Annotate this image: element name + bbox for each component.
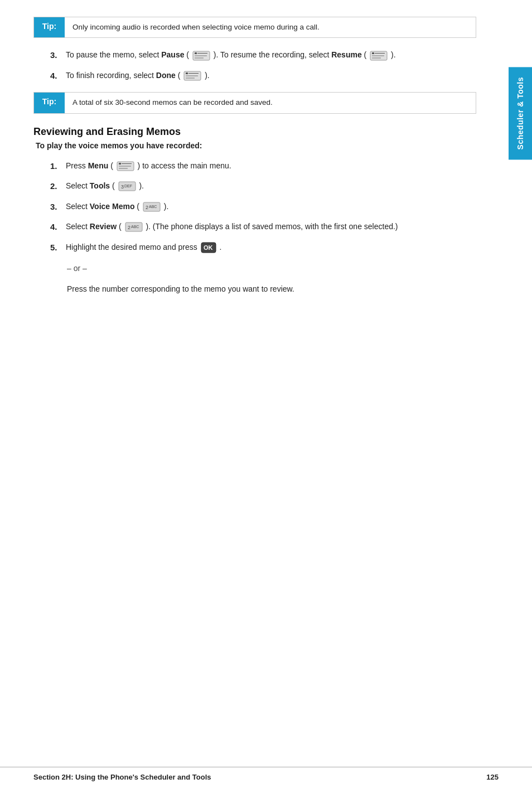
list-item: 2. Select Tools ( 3 DEF ).	[50, 180, 476, 193]
svg-rect-16	[119, 163, 121, 165]
svg-text:ABC: ABC	[149, 205, 157, 209]
svg-rect-11	[186, 72, 188, 74]
step-3b-content: Select Voice Memo ( 2 ABC ).	[66, 201, 476, 212]
svg-text:2: 2	[146, 205, 148, 210]
svg-rect-1	[195, 52, 197, 54]
section-subheading: To play the voice memos you have recorde…	[33, 141, 476, 150]
svg-rect-19	[119, 168, 128, 169]
step-4b-content: Select Review ( 2 ABC ). (The phone disp…	[66, 221, 476, 233]
tip-box-2: Tip: A total of six 30-second memos can …	[33, 92, 476, 113]
done-icon	[183, 71, 201, 81]
svg-rect-9	[372, 57, 381, 59]
tip-content-1: Only incoming audio is recorded when sel…	[65, 17, 327, 37]
side-tab-label: Scheduler & Tools	[515, 77, 525, 149]
tip-label-1: Tip:	[34, 17, 65, 37]
step-num-5: 5.	[50, 241, 66, 254]
press-note: Press the number corresponding to the me…	[67, 283, 476, 295]
svg-rect-8	[372, 55, 384, 56]
voice-memo-icon: 2 ABC	[143, 202, 161, 212]
svg-text:DEF: DEF	[124, 184, 132, 188]
step-num-1: 1.	[50, 160, 66, 173]
step-num-2: 2.	[50, 180, 66, 193]
list-item: 3. To pause the memo, select Pause ( ). …	[50, 49, 476, 62]
step-num-4b: 4.	[50, 221, 66, 234]
review-icon: 2 ABC	[125, 222, 143, 232]
tools-num-icon: 3 DEF	[118, 181, 136, 191]
list-item: 3. Select Voice Memo ( 2 ABC ).	[50, 201, 476, 214]
svg-text:2: 2	[128, 225, 130, 230]
step-2-content: Select Tools ( 3 DEF ).	[66, 180, 476, 192]
svg-text:OK: OK	[204, 244, 213, 251]
page-footer: Section 2H: Using the Phone's Scheduler …	[0, 767, 532, 781]
step-num-3b: 3.	[50, 201, 66, 214]
steps-top-list: 3. To pause the memo, select Pause ( ). …	[50, 49, 476, 82]
menu-icon	[117, 161, 134, 171]
svg-rect-3	[195, 55, 207, 56]
step-5-content: Highlight the desired memo and press OK …	[66, 241, 476, 253]
footer-section-text: Section 2H: Using the Phone's Scheduler …	[33, 773, 211, 781]
ok-icon: OK	[201, 242, 216, 253]
list-item: 5. Highlight the desired memo and press …	[50, 241, 476, 254]
step-num-3: 3.	[50, 49, 66, 62]
list-item: 1. Press Menu ( ) to access the main men…	[50, 160, 476, 173]
page-container: Scheduler & Tools Tip: Only incoming aud…	[0, 0, 532, 798]
page-number: 125	[486, 773, 499, 781]
list-item: 4. Select Review ( 2 ABC ). (The phone d…	[50, 221, 476, 234]
svg-text:ABC: ABC	[131, 225, 139, 229]
list-item: 4. To finish recording, select Done ( ).	[50, 70, 476, 83]
step-3-content: To pause the memo, select Pause ( ). To …	[66, 49, 476, 61]
tip-box-1: Tip: Only incoming audio is recorded whe…	[33, 17, 476, 38]
step-1-content: Press Menu ( ) to access the main menu.	[66, 160, 476, 172]
svg-rect-6	[372, 52, 374, 54]
step-4-content: To finish recording, select Done ( ).	[66, 70, 476, 81]
step-num-4: 4.	[50, 70, 66, 83]
resume-icon	[370, 51, 388, 61]
tip-content-2: A total of six 30-second memos can be re…	[65, 93, 280, 113]
or-divider: – or –	[67, 264, 476, 273]
svg-rect-18	[119, 166, 131, 167]
section-heading: Reviewing and Erasing Memos	[33, 126, 476, 138]
svg-rect-13	[186, 75, 198, 76]
tip-label-2: Tip:	[34, 93, 65, 113]
svg-rect-4	[195, 57, 204, 59]
svg-text:3: 3	[121, 184, 124, 190]
svg-rect-14	[186, 78, 195, 79]
side-tab: Scheduler & Tools	[509, 67, 532, 159]
steps-bottom-list: 1. Press Menu ( ) to access the main men…	[50, 160, 476, 254]
pause-icon	[192, 51, 210, 61]
